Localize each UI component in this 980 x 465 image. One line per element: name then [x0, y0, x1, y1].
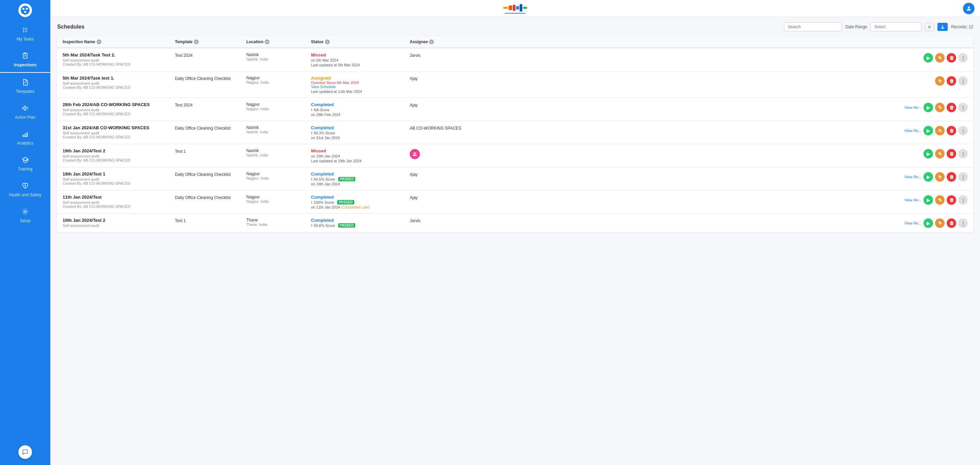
- cell-location-1: Nashik Nashik, India: [247, 52, 308, 61]
- view-report-7[interactable]: View Re...: [904, 198, 921, 202]
- view-report-8[interactable]: View Re...: [904, 221, 921, 225]
- col-template: Template ▾: [175, 40, 243, 44]
- date-range-label: Date Range: [845, 24, 867, 29]
- action-delete-7[interactable]: 🗑: [947, 195, 956, 205]
- tasks-icon: [21, 25, 30, 35]
- cell-location-3: Nagpur Nagpur, India: [247, 102, 308, 111]
- sidebar-item-my-tasks[interactable]: My Tasks: [0, 21, 50, 46]
- records-count: Records: 12: [951, 24, 973, 29]
- action-start-1[interactable]: ▶: [924, 53, 933, 63]
- cell-status-2: Assigned Overdue Since 6th Mar 2024 View…: [311, 76, 406, 94]
- action-edit-2[interactable]: ✎: [935, 76, 945, 86]
- sidebar-item-action-plan[interactable]: Action Plan: [0, 98, 50, 124]
- col-inspection-name: Inspection Name ▾: [63, 40, 172, 44]
- sort-location[interactable]: ▾: [265, 40, 269, 44]
- schedules-header: Schedules Date Range ✕ Records: 12: [57, 22, 973, 31]
- action-edit-8[interactable]: ✎: [935, 218, 945, 228]
- download-button[interactable]: [937, 23, 948, 31]
- action-start-8[interactable]: ▶: [924, 218, 933, 228]
- header-controls: Date Range ✕ Records: 12: [784, 22, 973, 31]
- action-delete-5[interactable]: 🗑: [947, 149, 956, 159]
- action-more-4[interactable]: ⋮: [958, 126, 968, 135]
- svg-rect-25: [503, 7, 508, 9]
- action-delete-4[interactable]: 🗑: [947, 126, 956, 135]
- action-edit-6[interactable]: ✎: [935, 172, 945, 182]
- action-delete-8[interactable]: 🗑: [947, 218, 956, 228]
- svg-rect-11: [24, 53, 27, 54]
- topbar-underline: [505, 13, 525, 14]
- action-start-5[interactable]: ▶: [924, 149, 933, 159]
- sidebar-item-inspections[interactable]: Inspections: [0, 46, 50, 73]
- sidebar-item-setup[interactable]: Setup: [0, 202, 50, 228]
- cell-status-8: Completed ℹ 69.6% Score PASSED: [311, 218, 406, 228]
- multi-assignee-avatar: [410, 149, 420, 159]
- sort-inspection-name[interactable]: ▾: [97, 40, 102, 44]
- sidebar-item-analytics[interactable]: Analytics: [0, 124, 50, 150]
- sidebar-label-analytics: Analytics: [17, 141, 33, 146]
- date-range-select[interactable]: [870, 22, 921, 31]
- svg-rect-17: [24, 133, 25, 136]
- svg-rect-8: [24, 30, 27, 30]
- action-more-2[interactable]: ⋮: [958, 76, 968, 86]
- action-more-6[interactable]: ⋮: [958, 172, 968, 182]
- action-edit-7[interactable]: ✎: [935, 195, 945, 205]
- sort-status[interactable]: ▾: [325, 40, 330, 44]
- clipboard-icon: [21, 51, 30, 60]
- cell-template-5: Test 1: [175, 148, 243, 154]
- action-edit-5[interactable]: ✎: [935, 149, 945, 159]
- sidebar-item-health-safety[interactable]: Health and Safety: [0, 176, 50, 202]
- action-start-3[interactable]: ▶: [924, 103, 933, 112]
- action-more-1[interactable]: ⋮: [958, 53, 968, 63]
- action-more-7[interactable]: ⋮: [958, 195, 968, 205]
- action-delete-1[interactable]: 🗑: [947, 53, 956, 63]
- svg-rect-14: [24, 82, 27, 82]
- view-report-6[interactable]: View Re...: [904, 175, 921, 179]
- main-area: Schedules Date Range ✕ Records: 12: [50, 0, 980, 465]
- chart-icon: [21, 129, 30, 139]
- action-more-5[interactable]: ⋮: [958, 149, 968, 159]
- action-start-7[interactable]: ▶: [924, 195, 933, 205]
- action-edit-4[interactable]: ✎: [935, 126, 945, 135]
- inspections-table: Inspection Name ▾ Template ▾ Location ▾ …: [57, 36, 973, 232]
- cell-name-1: 5th Mar 2024/Task Test 2. Self assessmen…: [63, 52, 172, 66]
- svg-rect-29: [520, 4, 522, 11]
- cell-assignee-3: Ajay View Re... ▶ ✎ 🗑 ⋮: [410, 102, 968, 112]
- col-location: Location ▾: [247, 40, 308, 44]
- sidebar-logo: [18, 3, 32, 17]
- action-edit-3[interactable]: ✎: [935, 103, 945, 112]
- sidebar-item-templates[interactable]: Templates: [0, 73, 50, 98]
- action-edit-1[interactable]: ✎: [935, 53, 945, 63]
- topbar-logo: [503, 3, 527, 14]
- svg-rect-15: [24, 83, 27, 83]
- action-delete-2[interactable]: 🗑: [947, 76, 956, 86]
- action-delete-6[interactable]: 🗑: [947, 172, 956, 182]
- user-avatar[interactable]: [963, 3, 975, 14]
- action-start-4[interactable]: ▶: [924, 126, 933, 135]
- search-input[interactable]: [784, 22, 842, 31]
- cell-status-4: Completed ℹ 89.3% Score on 31st Jan 2024: [311, 125, 406, 140]
- cell-assignee-1: Jarvis ▶ ✎ 🗑 ⋮: [410, 52, 968, 63]
- svg-point-34: [415, 152, 416, 154]
- sidebar-item-training[interactable]: Training: [0, 150, 50, 176]
- chat-button[interactable]: [18, 445, 32, 459]
- cell-template-3: Test 2024: [175, 102, 243, 108]
- cell-name-2: 5th Mar 2024/Task test 1. Self assessmen…: [63, 76, 172, 89]
- action-start-6[interactable]: ▶: [924, 172, 933, 182]
- cell-location-8: Thane Thane, India: [247, 218, 308, 227]
- action-more-3[interactable]: ⋮: [958, 103, 968, 112]
- file-icon: [21, 78, 30, 87]
- view-report-4[interactable]: View Re...: [904, 129, 921, 133]
- view-schedule-2[interactable]: View Schedule: [311, 85, 406, 89]
- sort-template[interactable]: ▾: [194, 40, 199, 44]
- sort-assignee[interactable]: ▾: [429, 40, 434, 44]
- content-area: Schedules Date Range ✕ Records: 12: [50, 17, 980, 465]
- cell-name-3: 28th Feb 2024/AB CO-WORKING SPACES Self …: [63, 102, 172, 116]
- cell-location-7: Nagpur Nagpur, India: [247, 195, 308, 203]
- action-more-8[interactable]: ⋮: [958, 218, 968, 228]
- clear-date-button[interactable]: ✕: [925, 23, 934, 31]
- table-row: 10th Jan 2024/Test 2 Self assessment aud…: [57, 214, 973, 232]
- action-delete-3[interactable]: 🗑: [947, 103, 956, 112]
- cell-assignee-8: Jarvis View Re... ▶ ✎ 🗑 ⋮: [410, 218, 968, 228]
- svg-rect-30: [523, 7, 527, 9]
- view-report-3[interactable]: View Re...: [904, 105, 921, 110]
